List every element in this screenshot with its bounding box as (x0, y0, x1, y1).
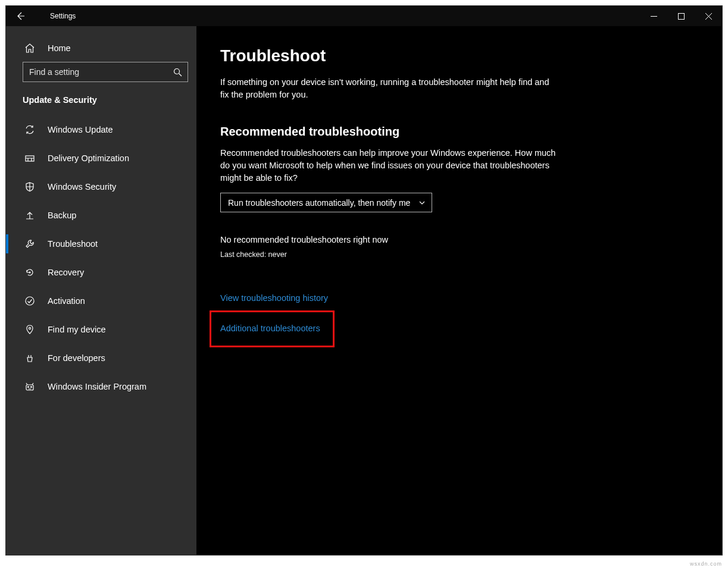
page-title: Troubleshoot (220, 46, 698, 65)
svg-point-4 (174, 68, 179, 74)
chevron-down-icon (418, 199, 426, 206)
dropdown-value: Run troubleshooters automatically, then … (228, 198, 410, 208)
troubleshooter-mode-dropdown[interactable]: Run troubleshooters automatically, then … (220, 193, 432, 212)
nav-list: Windows UpdateDelivery OptimizationWindo… (6, 115, 196, 401)
page-intro: If something on your device isn't workin… (220, 76, 554, 101)
search-container (23, 62, 188, 82)
back-button[interactable] (6, 6, 35, 26)
insider-icon (24, 381, 36, 392)
sidebar-item-label: Backup (48, 211, 76, 220)
search-box[interactable] (23, 62, 188, 82)
sidebar-item-label: For developers (48, 353, 105, 363)
home-label: Home (48, 43, 71, 53)
status-text: No recommended troubleshooters right now (220, 235, 698, 244)
svg-point-8 (26, 297, 34, 305)
sidebar: Home Update & Security Windows UpdateDel… (6, 26, 196, 555)
findmydevice-icon (24, 324, 36, 335)
sidebar-item-for-developers[interactable]: For developers (6, 344, 196, 372)
sidebar-item-delivery-optimization[interactable]: Delivery Optimization (6, 144, 196, 172)
developers-icon (24, 353, 36, 363)
activation-icon (24, 296, 36, 306)
home-icon (24, 43, 36, 54)
app-title: Settings (50, 12, 76, 20)
sidebar-item-label: Find my device (48, 325, 106, 334)
home-button[interactable]: Home (6, 37, 196, 59)
svg-point-7 (29, 272, 30, 273)
sync-icon (24, 124, 36, 135)
svg-point-12 (31, 387, 32, 388)
additional-troubleshooters-link[interactable]: Additional troubleshooters (220, 324, 320, 333)
sidebar-item-label: Recovery (48, 268, 84, 277)
content-area: Troubleshoot If something on your device… (196, 26, 722, 555)
section-heading: Recommended troubleshooting (220, 125, 698, 139)
backup-icon (24, 210, 36, 221)
search-icon (167, 68, 188, 77)
troubleshoot-icon (24, 239, 36, 249)
arrow-left-icon (15, 11, 25, 21)
last-checked-text: Last checked: never (220, 250, 698, 259)
view-history-link[interactable]: View troubleshooting history (220, 293, 328, 303)
svg-rect-1 (678, 13, 684, 19)
titlebar: Settings (6, 6, 722, 26)
sidebar-item-windows-security[interactable]: Windows Security (6, 172, 196, 201)
svg-point-11 (28, 387, 29, 388)
svg-rect-10 (26, 385, 33, 390)
sidebar-section-title: Update & Security (6, 90, 196, 115)
attribution-text: wsxdn.com (690, 561, 722, 567)
sidebar-item-recovery[interactable]: Recovery (6, 258, 196, 287)
sidebar-item-label: Troubleshoot (48, 239, 98, 249)
sidebar-item-activation[interactable]: Activation (6, 287, 196, 315)
shield-icon (24, 181, 36, 192)
delivery-icon (24, 153, 36, 164)
sidebar-item-label: Delivery Optimization (48, 153, 129, 163)
sidebar-item-label: Windows Security (48, 182, 116, 192)
sidebar-item-backup[interactable]: Backup (6, 201, 196, 230)
sidebar-item-label: Windows Insider Program (48, 382, 146, 391)
sidebar-item-label: Windows Update (48, 125, 113, 134)
settings-window: Settings Home (5, 5, 723, 556)
caption-controls (640, 6, 722, 26)
maximize-icon (678, 13, 685, 20)
sidebar-item-find-my-device[interactable]: Find my device (6, 315, 196, 344)
close-icon (705, 13, 712, 20)
sidebar-item-windows-insider-program[interactable]: Windows Insider Program (6, 372, 196, 401)
maximize-button[interactable] (667, 6, 695, 26)
close-button[interactable] (695, 6, 722, 26)
svg-line-5 (179, 73, 182, 76)
sidebar-item-label: Activation (48, 296, 85, 306)
minimize-button[interactable] (640, 6, 667, 26)
svg-point-9 (29, 327, 30, 329)
search-input[interactable] (23, 67, 167, 77)
section-description: Recommended troubleshooters can help imp… (220, 147, 565, 184)
recovery-icon (24, 267, 36, 278)
sidebar-item-windows-update[interactable]: Windows Update (6, 115, 196, 144)
sidebar-item-troubleshoot[interactable]: Troubleshoot (6, 230, 196, 258)
window-body: Home Update & Security Windows UpdateDel… (6, 26, 722, 555)
minimize-icon (651, 13, 657, 20)
